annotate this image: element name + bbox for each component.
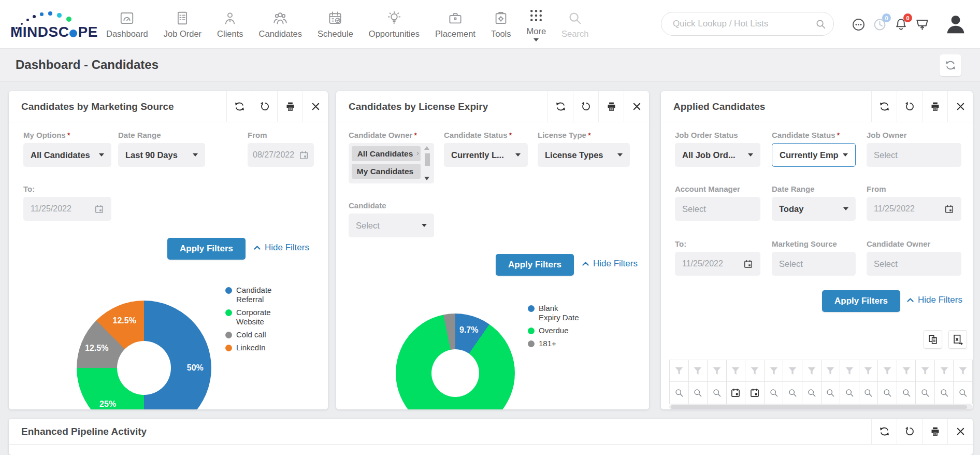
- column-search-cell[interactable]: [802, 382, 822, 404]
- column-filter-cell[interactable]: [670, 360, 689, 381]
- column-filter-cell[interactable]: [708, 360, 727, 381]
- column-filter-cell[interactable]: [859, 360, 878, 381]
- column-filter-cell[interactable]: [916, 360, 935, 381]
- column-filter-cell[interactable]: [727, 360, 746, 381]
- nav-item-search[interactable]: Search: [561, 10, 588, 39]
- quick-lookup-input[interactable]: [661, 12, 833, 35]
- column-search-cell[interactable]: [859, 382, 878, 404]
- hide-filters-link[interactable]: Hide Filters: [582, 259, 638, 269]
- candidate-status-select[interactable]: Currently L...: [444, 143, 528, 167]
- refresh-button[interactable]: [547, 91, 573, 122]
- scroll-up-icon[interactable]: [424, 146, 429, 150]
- date-range-select[interactable]: Today: [772, 197, 856, 221]
- column-search-cell[interactable]: [708, 382, 727, 404]
- column-search-cell[interactable]: [878, 382, 897, 404]
- nav-item-opportunities[interactable]: Opportunities: [369, 10, 420, 39]
- license-expiry-donut-chart[interactable]: 9.7%: [396, 314, 515, 409]
- export-excel-button[interactable]: [948, 330, 967, 349]
- close-button[interactable]: [302, 91, 328, 122]
- user-avatar[interactable]: [944, 12, 968, 36]
- horizontal-scrollbar[interactable]: [669, 404, 973, 409]
- column-filter-cell[interactable]: [783, 360, 802, 381]
- mindscope-logo[interactable]: MINDSCPE: [9, 4, 103, 45]
- column-search-cell[interactable]: [935, 382, 954, 404]
- column-filter-cell[interactable]: [954, 360, 973, 381]
- column-search-cell[interactable]: [670, 382, 689, 404]
- column-date-search-cell[interactable]: [727, 382, 746, 404]
- scrollbar-thumb[interactable]: [671, 405, 967, 409]
- close-button[interactable]: [947, 419, 973, 444]
- hide-filters-link[interactable]: Hide Filters: [906, 295, 962, 305]
- close-button[interactable]: [624, 91, 649, 122]
- job-owner-input[interactable]: Select: [867, 143, 961, 167]
- listbox-option-next[interactable]: My Candidates: [352, 164, 421, 179]
- print-button[interactable]: [598, 91, 624, 122]
- column-filter-cell[interactable]: [765, 360, 784, 381]
- column-search-cell[interactable]: [954, 382, 973, 404]
- column-search-cell[interactable]: [689, 382, 708, 404]
- nav-item-tools[interactable]: Tools: [491, 10, 511, 39]
- reset-button[interactable]: [573, 91, 598, 122]
- from-date-input[interactable]: 11/25/2022: [867, 197, 961, 221]
- column-search-cell[interactable]: [822, 382, 841, 404]
- account-manager-input[interactable]: Select: [675, 197, 760, 221]
- nav-item-dashboard[interactable]: Dashboard: [106, 10, 148, 39]
- apply-filters-button[interactable]: Apply Filters: [496, 254, 574, 276]
- print-button[interactable]: [277, 91, 302, 122]
- to-date-input[interactable]: 11/25/2022: [675, 252, 760, 276]
- column-search-cell[interactable]: [897, 382, 916, 404]
- refresh-button[interactable]: [871, 419, 897, 444]
- column-search-cell[interactable]: [840, 382, 859, 404]
- column-date-search-cell[interactable]: [745, 382, 765, 404]
- column-filter-cell[interactable]: [935, 360, 954, 381]
- job-order-status-select[interactable]: All Job Ord...: [675, 143, 760, 167]
- reset-button[interactable]: [897, 91, 922, 122]
- column-filter-cell[interactable]: [822, 360, 841, 381]
- hide-filters-link[interactable]: Hide Filters: [253, 243, 309, 253]
- listbox-scrollbar[interactable]: [423, 146, 431, 180]
- column-search-cell[interactable]: [783, 382, 802, 404]
- nav-item-candidates[interactable]: Candidates: [259, 10, 302, 39]
- refresh-button[interactable]: [226, 91, 252, 122]
- candidate-owner-listbox[interactable]: All Candidates› My Candidates: [349, 143, 434, 183]
- scroll-down-icon[interactable]: [424, 177, 429, 180]
- candidate-owner-input[interactable]: Select: [867, 252, 961, 276]
- candidate-select[interactable]: Select: [349, 214, 434, 237]
- candidate-status-select[interactable]: Currently Emp: [772, 143, 856, 167]
- from-date-input[interactable]: 08/27/2022: [248, 143, 314, 167]
- more-options-button[interactable]: [849, 16, 867, 33]
- page-refresh-button[interactable]: [940, 54, 961, 76]
- column-filter-cell[interactable]: [802, 360, 822, 381]
- refresh-button[interactable]: [871, 91, 897, 122]
- print-button[interactable]: [922, 91, 947, 122]
- column-filter-cell[interactable]: [897, 360, 916, 381]
- my-options-select[interactable]: All Candidates: [23, 143, 111, 167]
- marketing-source-donut-chart[interactable]: 50%25%12.5%12.5%: [77, 301, 211, 409]
- notifications-button[interactable]: 0: [892, 16, 910, 33]
- column-search-cell[interactable]: [916, 382, 935, 404]
- reset-button[interactable]: [252, 91, 277, 122]
- column-search-cell[interactable]: [765, 382, 784, 404]
- marketing-source-input[interactable]: Select: [772, 252, 856, 276]
- nav-item-job-order[interactable]: Job Order: [164, 10, 201, 39]
- nav-item-clients[interactable]: Clients: [217, 10, 243, 39]
- reset-button[interactable]: [897, 419, 922, 444]
- print-button[interactable]: [922, 419, 947, 444]
- column-filter-cell[interactable]: [689, 360, 708, 381]
- license-type-select[interactable]: License Types: [538, 143, 630, 167]
- date-range-select[interactable]: Last 90 Days: [118, 143, 205, 167]
- column-filter-cell[interactable]: [840, 360, 859, 381]
- copy-grid-button[interactable]: [924, 330, 942, 349]
- nav-item-schedule[interactable]: Schedule: [318, 10, 353, 39]
- apply-filters-button[interactable]: Apply Filters: [167, 238, 246, 260]
- column-filter-cell[interactable]: [745, 360, 765, 381]
- column-filter-cell[interactable]: [878, 360, 897, 381]
- recent-activity-button[interactable]: 0: [871, 16, 888, 33]
- nav-item-placement[interactable]: Placement: [435, 10, 475, 39]
- scrollbar-thumb[interactable]: [425, 153, 430, 166]
- listbox-option-selected[interactable]: All Candidates›: [352, 146, 421, 161]
- to-date-input[interactable]: 11/25/2022: [23, 197, 111, 221]
- apply-filters-button[interactable]: Apply Filters: [822, 290, 900, 312]
- screen-share-button[interactable]: [913, 16, 931, 33]
- nav-item-more[interactable]: More: [526, 8, 546, 41]
